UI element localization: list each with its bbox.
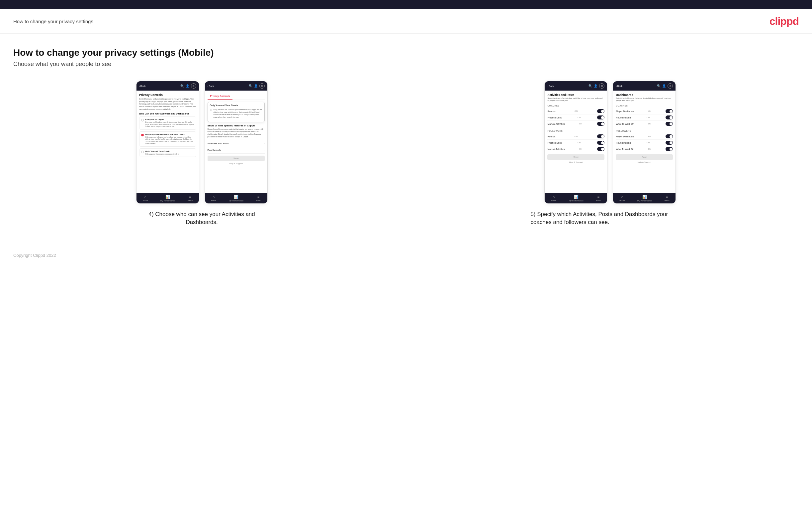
menu-label-2: Menu bbox=[256, 200, 261, 202]
search-icon-4[interactable]: 🔍 bbox=[657, 84, 661, 88]
popup-option: Only you and the coaches you connect wit… bbox=[210, 108, 262, 120]
phone-4-bottom-nav: ⌂ Home 📊 My Performance ≡ Menu bbox=[613, 193, 675, 204]
settings-icon[interactable]: ⚙ bbox=[191, 83, 196, 89]
coaches-manual-toggle[interactable] bbox=[597, 122, 604, 126]
help-support-3: Help & Support bbox=[547, 161, 604, 163]
right-phones: ‹ Back 🔍 👤 ⚙ Activities and Posts Select… bbox=[422, 81, 799, 204]
coaches-drills-row: Practice Drills ON bbox=[547, 114, 604, 121]
bottom-home[interactable]: ⌂ Home bbox=[143, 195, 148, 202]
radio-circle-everyone bbox=[141, 119, 144, 121]
person-icon[interactable]: 👤 bbox=[186, 84, 189, 88]
dashboards-title: Dashboards bbox=[616, 93, 673, 97]
phone-1-back[interactable]: ‹ Back bbox=[139, 85, 146, 87]
bottom-menu[interactable]: ≡ Menu bbox=[188, 195, 193, 202]
person-icon-2[interactable]: 👤 bbox=[254, 84, 258, 88]
bottom-performance-3[interactable]: 📊 My Performance bbox=[569, 195, 583, 202]
coaches-round-insights-toggle[interactable] bbox=[666, 115, 673, 119]
performance-label-4: My Performance bbox=[637, 200, 652, 202]
activities-posts-title: Activities and Posts bbox=[547, 93, 604, 97]
coaches-round-insights-row: Round Insights ON bbox=[616, 114, 673, 121]
home-icon-2: ⌂ bbox=[212, 195, 215, 199]
radio-sublabel-everyone: Everyone on Clippd can search for you an… bbox=[146, 121, 194, 128]
bottom-home-4[interactable]: ⌂ Home bbox=[619, 195, 625, 202]
phone-3-navbar: ‹ Back 🔍 👤 ⚙ bbox=[545, 81, 607, 91]
home-label-4: Home bbox=[619, 200, 625, 202]
coaches-player-dash-toggle[interactable] bbox=[666, 109, 673, 113]
settings-icon-2[interactable]: ⚙ bbox=[259, 83, 265, 89]
coaches-manual-row: Manual Activities ON bbox=[547, 121, 604, 127]
popup-radio bbox=[210, 109, 212, 111]
menu-icon-4: ≡ bbox=[666, 195, 668, 199]
followers-player-dash-on-label: ON bbox=[648, 135, 651, 137]
coaches-rounds-toggle[interactable] bbox=[597, 109, 604, 113]
bottom-performance[interactable]: 📊 My Performance bbox=[160, 195, 175, 202]
phone-2-back[interactable]: ‹ Back bbox=[208, 85, 214, 87]
phone-2-navbar: ‹ Back 🔍 👤 ⚙ bbox=[205, 81, 267, 91]
home-label: Home bbox=[143, 200, 148, 202]
followers-manual-toggle[interactable] bbox=[597, 147, 604, 151]
search-icon-2[interactable]: 🔍 bbox=[249, 84, 252, 88]
coaches-rounds-row: Rounds ON bbox=[547, 108, 604, 114]
menu-label-3: Menu bbox=[596, 200, 601, 202]
save-btn-4[interactable]: Save bbox=[616, 154, 673, 160]
followers-what-to-work-toggle[interactable] bbox=[666, 147, 673, 151]
save-btn-2[interactable]: Save bbox=[208, 156, 265, 161]
followers-label-4: FOLLOWERS bbox=[616, 130, 673, 132]
radio-option-approved[interactable]: Only Approved Followers and Your Coach O… bbox=[139, 131, 196, 147]
coaches-drills-toggle[interactable] bbox=[597, 115, 604, 119]
coaches-drills-on-label: ON bbox=[577, 116, 580, 118]
radio-circle-approved bbox=[141, 134, 144, 136]
followers-drills-toggle[interactable] bbox=[597, 141, 604, 145]
popup-title: Only You and Your Coach bbox=[210, 104, 262, 107]
save-btn-3[interactable]: Save bbox=[547, 154, 604, 160]
radio-sublabel-only-you: Only you and the coaches you connect wit… bbox=[146, 153, 179, 155]
search-icon-3[interactable]: 🔍 bbox=[589, 84, 592, 88]
phone-4-back[interactable]: ‹ Back bbox=[616, 85, 622, 87]
footer: Copyright Clippd 2022 bbox=[0, 246, 812, 265]
bottom-menu-2[interactable]: ≡ Menu bbox=[256, 195, 261, 202]
followers-rounds-row: Rounds ON bbox=[547, 133, 604, 140]
followers-what-to-work-label: What To Work On bbox=[616, 148, 634, 150]
followers-round-insights-label: Round Insights bbox=[616, 142, 631, 144]
tab-privacy-controls[interactable]: Privacy Controls bbox=[208, 93, 233, 100]
performance-label-3: My Performance bbox=[569, 200, 583, 202]
performance-icon: 📊 bbox=[165, 195, 170, 199]
performance-icon-4: 📊 bbox=[642, 195, 647, 199]
followers-player-dash-toggle[interactable] bbox=[666, 134, 673, 138]
bottom-performance-2[interactable]: 📊 My Performance bbox=[229, 195, 244, 202]
followers-player-dash-row: Player Dashboard ON bbox=[616, 133, 673, 140]
phone-3-back[interactable]: ‹ Back bbox=[547, 85, 554, 87]
activities-link[interactable]: Activities and Posts › bbox=[208, 140, 265, 147]
bottom-home-2[interactable]: ⌂ Home bbox=[211, 195, 216, 202]
followers-rounds-toggle[interactable] bbox=[597, 134, 604, 138]
phone-3-bottom-nav: ⌂ Home 📊 My Performance ≡ Menu bbox=[545, 193, 607, 204]
help-support-4: Help & Support bbox=[616, 161, 673, 163]
followers-player-dash-label: Player Dashboard bbox=[616, 135, 634, 138]
coaches-manual-on-label: ON bbox=[579, 123, 582, 125]
radio-option-everyone[interactable]: Everyone on Clippd Everyone on Clippd ca… bbox=[139, 116, 196, 130]
phone-2-bottom-nav: ⌂ Home 📊 My Performance ≡ Menu bbox=[205, 193, 267, 204]
coaches-rounds-on-label: ON bbox=[574, 110, 577, 112]
phone-4-navbar: ‹ Back 🔍 👤 ⚙ bbox=[613, 81, 675, 91]
bottom-performance-4[interactable]: 📊 My Performance bbox=[637, 195, 652, 202]
followers-drills-on-label: ON bbox=[577, 142, 580, 144]
settings-icon-4[interactable]: ⚙ bbox=[667, 83, 673, 89]
settings-icon-3[interactable]: ⚙ bbox=[599, 83, 604, 89]
coaches-label: COACHES bbox=[547, 105, 604, 107]
caption-5: 5) Specify which Activities, Posts and D… bbox=[530, 210, 690, 226]
popup-only-you-coach: Only You and Your Coach Only you and the… bbox=[208, 102, 265, 122]
dashboards-link[interactable]: Dashboards › bbox=[208, 147, 265, 154]
radio-option-only-you[interactable]: Only You and Your Coach Only you and the… bbox=[139, 148, 196, 157]
bottom-menu-4[interactable]: ≡ Menu bbox=[665, 195, 669, 202]
phone-3: ‹ Back 🔍 👤 ⚙ Activities and Posts Select… bbox=[544, 81, 607, 204]
bottom-home-3[interactable]: ⌂ Home bbox=[551, 195, 556, 202]
search-icon[interactable]: 🔍 bbox=[180, 84, 184, 88]
breadcrumb: How to change your privacy settings bbox=[13, 18, 93, 24]
person-icon-3[interactable]: 👤 bbox=[594, 84, 598, 88]
followers-round-insights-toggle[interactable] bbox=[666, 141, 673, 145]
person-icon-4[interactable]: 👤 bbox=[662, 84, 666, 88]
bottom-menu-3[interactable]: ≡ Menu bbox=[596, 195, 601, 202]
coaches-what-to-work-toggle[interactable] bbox=[666, 122, 673, 126]
radio-label-only-you: Only You and Your Coach bbox=[146, 150, 179, 152]
menu-icon-3: ≡ bbox=[598, 195, 600, 199]
